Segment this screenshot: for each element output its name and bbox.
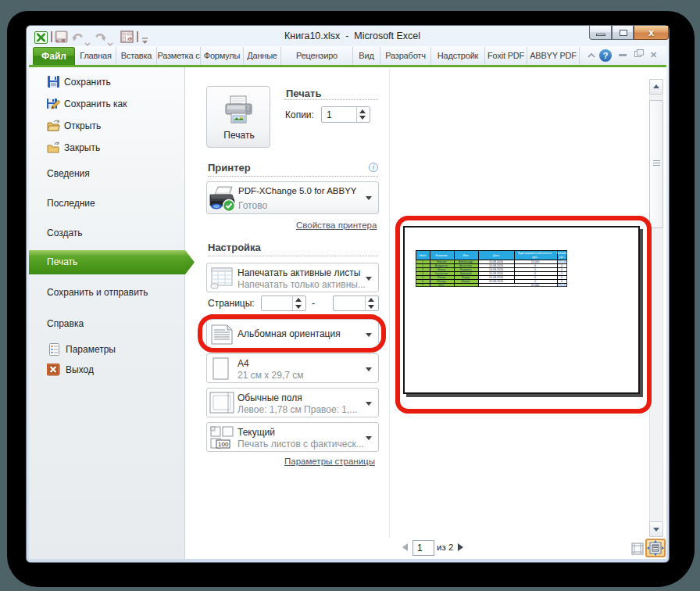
svg-text:100: 100 [218,441,229,448]
